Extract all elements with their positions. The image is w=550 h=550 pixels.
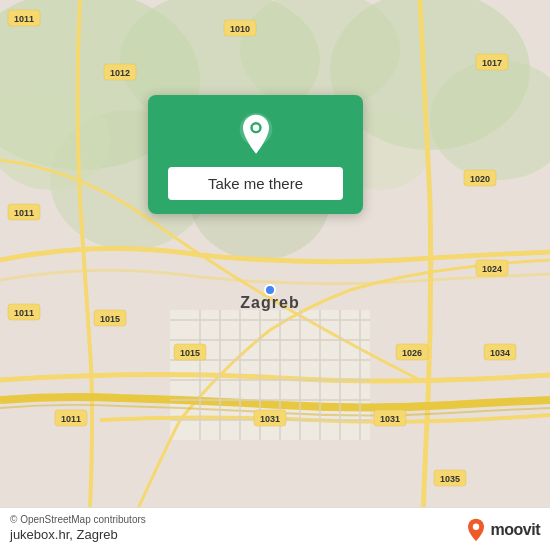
moovit-brand-text: moovit: [491, 521, 540, 539]
svg-text:1011: 1011: [61, 414, 81, 424]
svg-text:1012: 1012: [110, 68, 130, 78]
svg-point-59: [265, 285, 275, 295]
map-background: 1011 1011 1011 1011 1012 1010 1017 1020 …: [0, 0, 550, 550]
svg-point-62: [252, 124, 259, 131]
svg-point-63: [472, 524, 478, 530]
svg-text:1015: 1015: [100, 314, 120, 324]
attribution-text: © OpenStreetMap contributors: [10, 514, 540, 525]
take-me-there-button[interactable]: Take me there: [168, 167, 343, 200]
svg-text:1031: 1031: [260, 414, 280, 424]
svg-text:1017: 1017: [482, 58, 502, 68]
svg-text:1011: 1011: [14, 14, 34, 24]
svg-text:1011: 1011: [14, 208, 34, 218]
svg-text:1010: 1010: [230, 24, 250, 34]
svg-text:1034: 1034: [490, 348, 510, 358]
map-container: 1011 1011 1011 1011 1012 1010 1017 1020 …: [0, 0, 550, 550]
location-card: Take me there: [148, 95, 363, 214]
svg-text:1031: 1031: [380, 414, 400, 424]
svg-text:1011: 1011: [14, 308, 34, 318]
svg-text:1035: 1035: [440, 474, 460, 484]
moovit-pin-icon: [464, 518, 488, 542]
svg-text:1024: 1024: [482, 264, 502, 274]
svg-text:1026: 1026: [402, 348, 422, 358]
svg-text:1015: 1015: [180, 348, 200, 358]
location-pin-icon: [234, 113, 278, 157]
moovit-logo: moovit: [464, 518, 540, 542]
location-label: jukebox.hr, Zagreb: [10, 527, 540, 542]
svg-text:1020: 1020: [470, 174, 490, 184]
svg-text:Zagreb: Zagreb: [240, 294, 299, 311]
